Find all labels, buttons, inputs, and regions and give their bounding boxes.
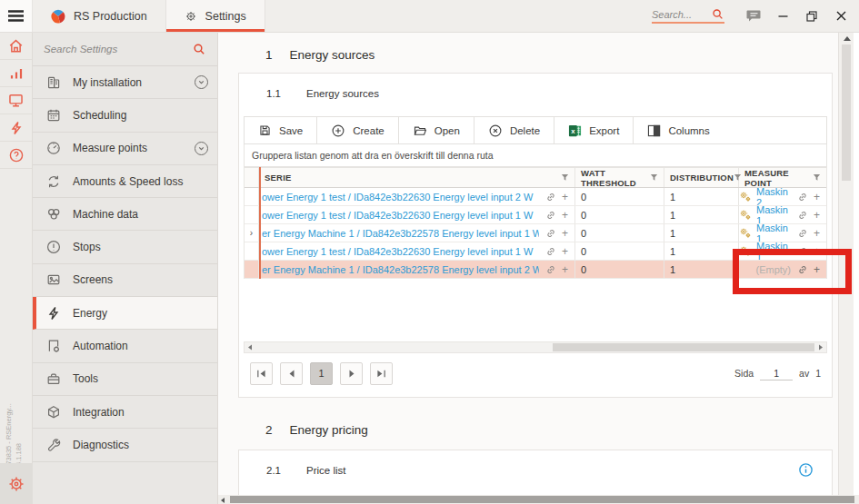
watt-threshold-cell[interactable]: 0 (575, 224, 664, 242)
link-icon[interactable] (545, 264, 556, 275)
last-page-button[interactable] (370, 362, 393, 385)
add-icon[interactable]: + (814, 228, 820, 239)
sidebar-item-screens[interactable]: Screens (33, 264, 217, 297)
measure-point-link[interactable]: Maskin 1 (756, 242, 791, 260)
feedback-button[interactable] (739, 0, 768, 33)
page-number-input[interactable] (760, 366, 793, 380)
add-icon[interactable]: + (562, 192, 568, 203)
distribution-cell[interactable]: 1 (664, 188, 739, 205)
sidebar-item-stops[interactable]: Stops (33, 231, 217, 263)
watt-threshold-cell[interactable]: 0 (575, 206, 664, 223)
add-icon[interactable]: + (562, 246, 568, 257)
serie-link[interactable]: ower Energy 1 test / IDa842e3b22630 Ener… (262, 192, 539, 203)
create-button[interactable]: Create (317, 117, 399, 143)
export-button[interactable]: x Export (554, 117, 634, 143)
sidebar-item-diagnostics[interactable]: Diagnostics (33, 429, 217, 461)
scroll-left-icon[interactable] (247, 344, 253, 351)
table-row[interactable]: ower Energy 1 test / IDa842e3b22630 Ener… (245, 242, 826, 261)
sidebar-item-measure-points[interactable]: Measure points (33, 133, 217, 165)
link-icon[interactable] (545, 210, 556, 221)
window-horizontal-scrollbar[interactable] (218, 495, 859, 504)
first-page-button[interactable] (250, 362, 273, 385)
watt-threshold-cell[interactable]: 0 (575, 261, 664, 278)
scrollbar-thumb[interactable] (553, 343, 814, 351)
table-row[interactable]: › er Energy Machine 1 / IDa842e3b22578 E… (245, 224, 826, 242)
search-icon[interactable] (193, 43, 206, 56)
sidebar-item-integration[interactable]: Integration (33, 396, 217, 429)
columns-button[interactable]: Columns (634, 117, 723, 143)
search-icon[interactable] (712, 8, 724, 21)
table-row-selected[interactable]: er Energy Machine 1 / IDa842e3b22578 Ene… (245, 261, 826, 279)
column-header-measure-point[interactable]: MEASURE POINT (739, 168, 826, 187)
rail-settings-button[interactable] (0, 463, 33, 504)
distribution-cell[interactable]: 1 (664, 206, 739, 223)
delete-button[interactable]: Delete (474, 117, 554, 143)
link-icon[interactable] (797, 228, 808, 239)
prev-page-button[interactable] (280, 362, 303, 385)
watt-threshold-cell[interactable]: 0 (575, 242, 664, 260)
window-vertical-scrollbar[interactable] (838, 33, 854, 495)
add-icon[interactable]: + (814, 210, 820, 221)
settings-search-input[interactable] (44, 44, 193, 54)
link-icon[interactable] (797, 246, 808, 257)
link-icon[interactable] (545, 246, 556, 257)
open-button[interactable]: Open (399, 117, 474, 143)
link-icon[interactable] (797, 264, 808, 275)
scroll-right-icon[interactable] (818, 344, 824, 351)
link-icon[interactable] (545, 192, 556, 203)
next-page-button[interactable] (340, 362, 363, 385)
tab-settings[interactable]: Settings (166, 0, 265, 32)
filter-icon[interactable] (813, 173, 821, 182)
sidebar-item-machine-data[interactable]: Machine data (33, 198, 217, 231)
info-icon[interactable] (798, 462, 814, 478)
add-icon[interactable]: + (562, 210, 568, 221)
distribution-cell[interactable]: 1 (664, 224, 739, 242)
sidebar-item-my-installation[interactable]: My installation (33, 66, 217, 99)
filter-icon[interactable] (561, 173, 569, 182)
column-header-watt-threshold[interactable]: WATT THRESHOLD (575, 168, 664, 187)
watt-threshold-cell[interactable]: 0 (575, 188, 664, 205)
column-header-distribution[interactable]: DISTRIBUTION (664, 168, 739, 187)
row-expander-icon[interactable]: › (245, 224, 259, 242)
scrollbar-thumb[interactable] (842, 44, 851, 181)
measure-point-link[interactable]: Maskin 2 (756, 188, 791, 205)
measure-point-empty[interactable]: (Empty) (755, 264, 791, 275)
sidebar-item-scheduling[interactable]: Scheduling (33, 99, 217, 132)
table-row[interactable]: ower Energy 1 test / IDa842e3b22630 Ener… (245, 206, 826, 224)
distribution-cell[interactable]: 1 (664, 242, 739, 260)
global-search-input[interactable] (652, 9, 708, 20)
add-icon[interactable]: + (814, 246, 820, 257)
serie-link[interactable]: er Energy Machine 1 / IDa842e3b22578 Ene… (262, 228, 539, 239)
add-icon[interactable]: + (814, 192, 820, 203)
rail-screens-button[interactable] (0, 87, 32, 114)
filter-icon[interactable] (650, 173, 658, 182)
sidebar-item-automation[interactable]: Automation (33, 330, 217, 362)
sidebar-item-energy[interactable]: Energy (33, 297, 217, 330)
add-icon[interactable]: + (814, 264, 820, 275)
measure-point-link[interactable]: Maskin 1 (756, 224, 791, 242)
rail-home-button[interactable] (0, 33, 32, 60)
add-icon[interactable]: + (562, 264, 568, 275)
tab-rs-production[interactable]: RS Production (33, 0, 166, 32)
close-button[interactable] (826, 0, 855, 33)
serie-link[interactable]: ower Energy 1 test / IDa842e3b22630 Ener… (262, 246, 539, 257)
chevron-down-icon[interactable] (195, 142, 208, 155)
distribution-cell[interactable]: 1 (664, 261, 739, 278)
rail-help-button[interactable] (0, 142, 32, 169)
table-row[interactable]: ower Energy 1 test / IDa842e3b22630 Ener… (245, 188, 826, 206)
link-icon[interactable] (797, 192, 808, 203)
current-page-button[interactable]: 1 (310, 362, 333, 385)
link-icon[interactable] (545, 228, 556, 239)
scroll-up-icon[interactable] (844, 36, 851, 41)
group-panel[interactable]: Gruppera listan genom att dra en överskr… (244, 144, 827, 167)
sidebar-item-amounts-speed-loss[interactable]: Amounts & Speed loss (33, 165, 217, 198)
save-button[interactable]: Save (245, 117, 317, 143)
column-header-serie[interactable]: SERIE (259, 168, 575, 187)
hamburger-menu-button[interactable] (0, 0, 33, 32)
minimize-button[interactable] (768, 0, 797, 33)
add-icon[interactable]: + (562, 228, 568, 239)
grid-horizontal-scrollbar[interactable] (244, 341, 827, 353)
scrollbar-thumb[interactable] (230, 496, 854, 503)
measure-point-link[interactable]: Maskin 1 (756, 206, 791, 223)
sidebar-item-tools[interactable]: Tools (33, 363, 217, 396)
